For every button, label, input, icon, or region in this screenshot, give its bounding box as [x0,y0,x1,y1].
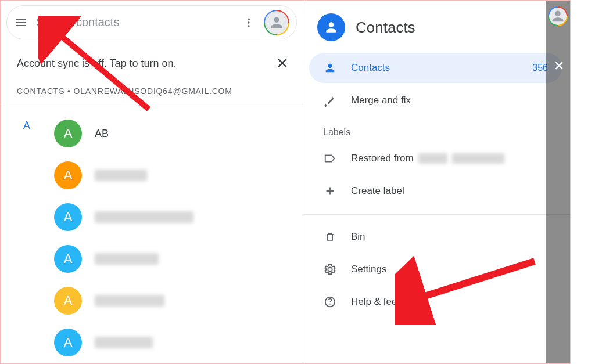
label-redacted [418,153,447,164]
close-icon[interactable]: ✕ [274,52,291,75]
close-icon-background: ✕ [554,59,564,74]
navigation-drawer: Contacts Contacts 356 Merge and fix Labe… [303,0,571,364]
search-bar[interactable]: Search contacts [6,5,297,39]
nav-label: Create label [351,185,404,197]
nav-label-restored[interactable]: Restored from [309,143,562,174]
label-icon [323,152,337,165]
svg-point-0 [248,18,249,20]
nav-label: Settings [351,264,386,275]
contact-avatar-icon: A [54,120,82,147]
contact-row[interactable]: A [1,238,303,280]
contact-avatar-icon: A [54,203,82,231]
contact-name-redacted [95,170,147,181]
trash-icon [323,230,337,244]
contact-row[interactable]: A [1,280,303,322]
contacts-list: A A AB A A A A A [1,104,303,363]
contact-avatar-icon: A [54,287,82,315]
nav-merge-fix[interactable]: Merge and fix [309,85,562,116]
contact-row[interactable]: A [1,322,303,363]
contact-row[interactable]: A [1,154,303,196]
gear-icon [323,262,337,276]
contact-row[interactable]: A AB [1,113,303,154]
contact-name-redacted [95,211,193,223]
drawer-header: Contacts [303,1,570,52]
contact-avatar-icon: A [54,161,82,189]
account-avatar-background [548,6,568,26]
search-placeholder: Search contacts [36,16,234,29]
contacts-main-screen: Search contacts Account sync is off. Tap… [0,0,303,364]
menu-hamburger-icon[interactable] [14,16,28,30]
magic-wand-icon [323,93,337,107]
contact-avatar-icon: A [54,245,82,273]
contact-name-redacted [95,295,164,307]
plus-icon [323,184,337,198]
account-line: CONTACTS • OLANREWAJUSODIQ64@GMAIL.COM [1,80,303,104]
contacts-app-icon [317,13,345,41]
person-icon [323,61,337,75]
nav-settings[interactable]: Settings [309,254,562,284]
contact-name: AB [95,128,109,140]
section-letter: A [23,120,30,132]
contact-name-redacted [95,337,153,348]
nav-label: Merge and fix [351,95,411,106]
contact-row[interactable]: A [1,196,303,238]
divider [303,214,570,215]
contact-name-redacted [95,253,159,265]
label-redacted [452,153,504,164]
nav-label: Help & feedback [351,296,424,308]
nav-help-feedback[interactable]: Help & feedback [309,287,562,317]
nav-label: Restored from [351,153,504,164]
contact-avatar-icon: A [54,329,82,356]
labels-header: Labels [303,117,570,142]
sync-message: Account sync is off. Tap to turn on. [17,57,177,70]
nav-label: Bin [351,231,365,243]
help-icon [323,295,337,309]
nav-create-label[interactable]: Create label [309,176,562,206]
nav-label: Contacts [351,62,390,74]
nav-bin[interactable]: Bin [309,222,562,252]
svg-point-2 [248,25,249,27]
sync-banner[interactable]: Account sync is off. Tap to turn on. ✕ [1,44,303,80]
more-options-icon[interactable] [242,16,256,30]
nav-contacts[interactable]: Contacts 356 [309,53,562,83]
overlay-dimmer: ✕ [546,1,570,363]
drawer-title: Contacts [356,19,415,37]
svg-point-1 [248,21,249,23]
account-avatar[interactable] [264,10,289,35]
